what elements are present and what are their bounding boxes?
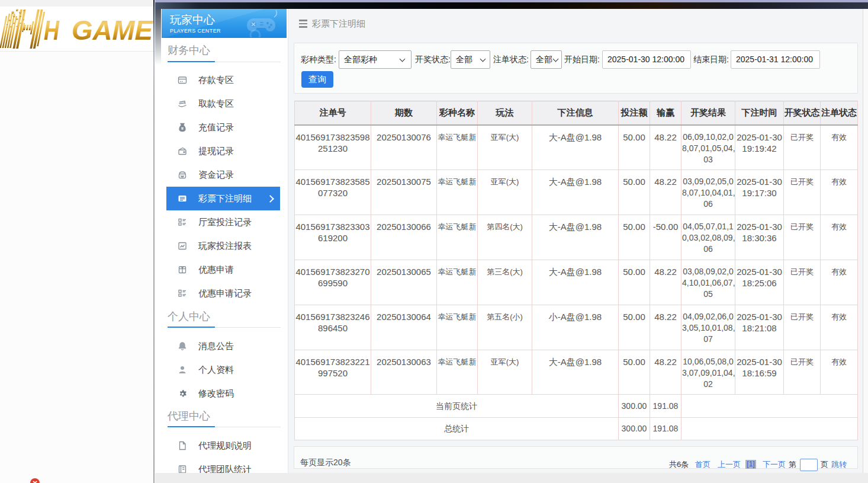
svg-text:H: H [44,15,60,46]
svg-text:GAME: GAME [72,15,153,46]
